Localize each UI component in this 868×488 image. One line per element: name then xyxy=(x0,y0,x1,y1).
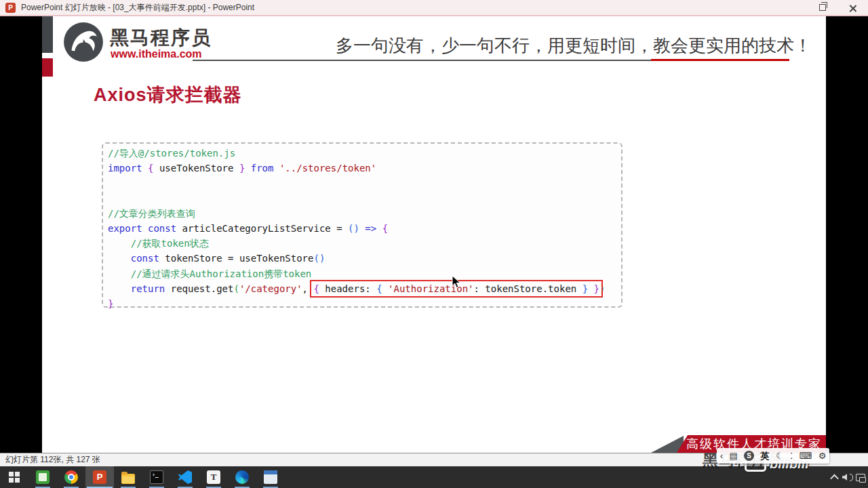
tray-volume-icon[interactable] xyxy=(841,466,854,488)
ime-collapse-icon[interactable]: ‹ xyxy=(720,448,723,464)
slideshow-stage: 黑马程序员 www.itheima.com 多一句没有，少一句不行，用更短时间，… xyxy=(0,16,868,453)
code-line: //文章分类列表查询 xyxy=(108,206,621,221)
header-divider-red xyxy=(651,59,789,61)
code-line: return request.get('/category', { header… xyxy=(108,281,621,296)
code-line xyxy=(108,191,621,206)
image-viewer-icon xyxy=(36,470,50,484)
taskbar-start-icon[interactable] xyxy=(0,466,28,488)
code-line: //导入@/stores/token.js xyxy=(108,146,621,161)
app-window-icon xyxy=(264,470,277,484)
chrome-icon xyxy=(64,470,78,484)
taskbar-edge-icon[interactable] xyxy=(228,466,256,488)
code-line: export const articleCategoryListService … xyxy=(108,221,621,236)
close-button[interactable] xyxy=(837,0,868,15)
terminal-icon xyxy=(150,470,163,484)
ime-mic-icon[interactable]: ⁚ xyxy=(790,448,793,464)
code-line xyxy=(108,176,621,190)
taskbar-image-viewer-icon[interactable] xyxy=(28,466,57,488)
window-title: PowerPoint 幻灯片放映 - [03_大事件前端开发.pptx] - P… xyxy=(21,2,254,14)
ime-virtual-keyboard-icon[interactable]: ⌨ xyxy=(799,448,812,464)
ime-night-mode-icon[interactable]: ☾ xyxy=(776,448,784,464)
code-line: const tokenStore = useTokenStore() xyxy=(108,251,621,266)
ime-panel-icon[interactable]: ▤ xyxy=(729,448,737,464)
file-explorer-icon xyxy=(121,474,135,484)
mouse-cursor xyxy=(452,275,461,291)
slide: 黑马程序员 www.itheima.com 多一句没有，少一句不行，用更短时间，… xyxy=(42,16,826,453)
taskbar-typora-icon[interactable] xyxy=(199,466,228,488)
code-line: import { useTokenStore } from '../stores… xyxy=(108,161,621,176)
typora-icon xyxy=(207,470,220,484)
tray-chevron-up-icon[interactable] xyxy=(828,466,841,488)
taskbar-app-window-icon[interactable] xyxy=(256,466,285,488)
system-tray xyxy=(828,466,867,488)
tray-network-icon[interactable] xyxy=(854,466,867,488)
restore-icon xyxy=(819,4,826,11)
slide-edge-red-square xyxy=(42,58,53,77)
slide-title: Axios请求拦截器 xyxy=(94,83,242,107)
powerpoint-icon xyxy=(93,470,106,484)
ime-lang-english-icon[interactable]: 英 xyxy=(761,448,770,464)
code-content: //导入@/stores/token.jsimport { useTokenSt… xyxy=(103,144,621,311)
brand-website: www.itheima.com xyxy=(111,48,202,60)
taskbar-file-explorer-icon[interactable] xyxy=(114,466,142,488)
taskbar-vscode-icon[interactable] xyxy=(171,466,199,488)
code-line: //通过请求头Authorization携带token xyxy=(108,266,621,281)
taskbar-chrome-icon[interactable] xyxy=(57,466,85,488)
code-line: } xyxy=(108,296,621,311)
edge-icon xyxy=(235,470,249,484)
code-block: //导入@/stores/token.jsimport { useTokenSt… xyxy=(102,142,623,308)
slide-edge-bar xyxy=(42,16,53,53)
window-titlebar: P PowerPoint 幻灯片放映 - [03_大事件前端开发.pptx] -… xyxy=(0,0,868,16)
ime-settings-icon[interactable]: ⚙ xyxy=(818,448,827,464)
code-line: //获取token状态 xyxy=(108,236,621,251)
start-icon xyxy=(9,472,20,483)
taskbar-terminal-icon[interactable] xyxy=(142,466,171,488)
restore-button[interactable] xyxy=(807,0,837,15)
ime-toolbar[interactable]: ‹▤S英☾⁚⌨⚙ xyxy=(717,448,829,464)
taskbar-powerpoint-icon[interactable] xyxy=(85,466,114,488)
slide-counter: 幻灯片第 112张, 共 127 张 xyxy=(5,453,100,466)
powerpoint-app-icon: P xyxy=(5,3,16,13)
minimize-button[interactable] xyxy=(776,0,807,15)
ime-sogou-logo-icon[interactable]: S xyxy=(744,451,754,461)
window-controls xyxy=(776,0,868,15)
brand-name: 黑马程序员 xyxy=(110,25,212,51)
vscode-icon xyxy=(178,470,192,484)
close-icon xyxy=(849,4,856,12)
horse-logo-icon xyxy=(62,21,104,63)
slide-slogan: 多一句没有，少一句不行，用更短时间，教会更实用的技术！ xyxy=(336,34,817,58)
